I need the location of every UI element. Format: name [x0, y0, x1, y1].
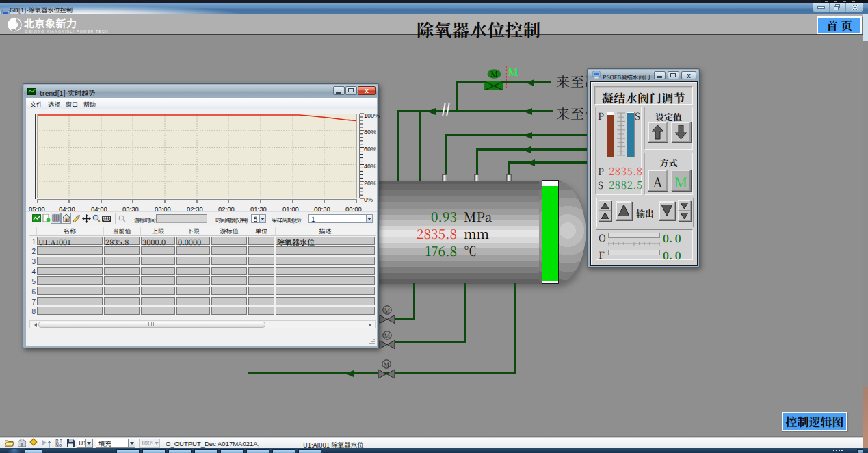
- svg-text:M: M: [490, 69, 498, 79]
- svg-text:M: M: [384, 306, 391, 315]
- svg-text:M: M: [384, 331, 391, 340]
- svg-text:M: M: [384, 360, 390, 369]
